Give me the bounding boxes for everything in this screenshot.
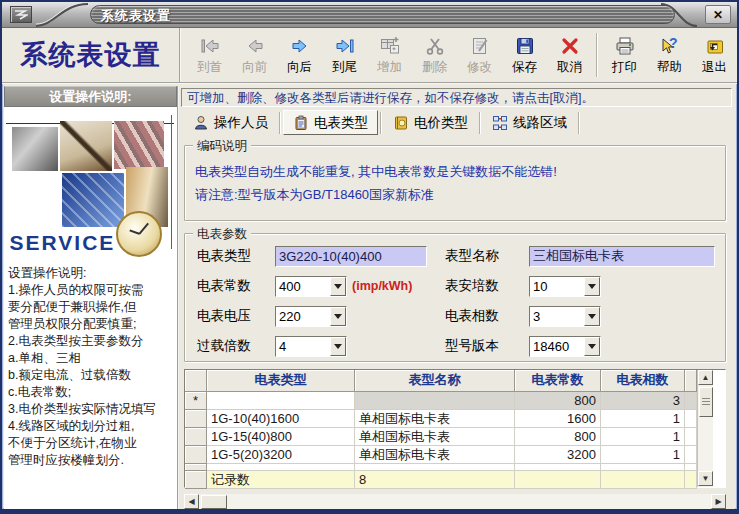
exit-icon: [704, 35, 726, 57]
help-cursor-icon: ?: [659, 35, 681, 57]
grid-cell-stub: [685, 471, 697, 489]
encoding-group-title: 编码说明: [193, 138, 251, 155]
column-header[interactable]: 电表常数: [515, 370, 601, 392]
delete-record-button[interactable]: 删除: [412, 30, 457, 80]
content-panel: 可增加、删除、修改各类型后请进行保存，如不保存修改，请点击[取消]。 操作人员 …: [179, 86, 735, 509]
close-button[interactable]: ✕: [705, 5, 731, 24]
chevron-down-icon[interactable]: [584, 337, 600, 356]
chevron-down-icon[interactable]: [330, 337, 346, 356]
chevron-down-icon[interactable]: [330, 277, 346, 296]
titlebar-swoosh-left: [34, 2, 90, 28]
grid-cell[interactable]: 1: [601, 410, 685, 428]
tab-price-types[interactable]: 电价类型: [384, 110, 477, 135]
row-selector[interactable]: [185, 410, 207, 428]
print-button[interactable]: 打印: [602, 30, 647, 80]
tab-operators[interactable]: 操作人员: [184, 110, 277, 135]
record-count-label: 记录数: [207, 471, 355, 489]
printer-icon: [614, 35, 636, 57]
column-header[interactable]: 电表类型: [207, 370, 355, 392]
previous-record-icon: [244, 35, 266, 57]
exit-button[interactable]: 退出: [692, 30, 737, 80]
scissors-icon: [424, 35, 446, 57]
meter-constant-label: 电表常数: [197, 277, 275, 295]
next-record-button[interactable]: 向后: [277, 30, 322, 80]
grid-cell-stub: [685, 428, 697, 446]
overload-select[interactable]: 4: [275, 336, 347, 357]
grid-cell[interactable]: 1G-5(20)3200: [207, 446, 355, 464]
scroll-down-icon[interactable]: ▼: [698, 471, 713, 486]
grid-cell[interactable]: 800: [515, 428, 601, 446]
save-button[interactable]: 保存: [502, 30, 547, 80]
row-selector[interactable]: [185, 428, 207, 446]
grid-cell[interactable]: 单相国标电卡表: [355, 428, 515, 446]
grid-cell[interactable]: 单相国标电卡表: [355, 446, 515, 464]
grid-cell[interactable]: 1600: [515, 410, 601, 428]
constant-unit-label: (imp/kWh): [352, 279, 412, 293]
grid-vertical-scrollbar[interactable]: ▲ ▼: [697, 370, 713, 487]
column-header-stub: [685, 370, 697, 392]
scroll-up-icon[interactable]: ▲: [698, 370, 713, 385]
collage-photo-pen: [60, 121, 112, 171]
encoding-note-line: 电表类型自动生成不能重复, 其中电表常数是关键数据不能选错!: [195, 163, 725, 181]
phases-select[interactable]: 3: [529, 306, 601, 327]
amperage-select[interactable]: 10: [529, 276, 601, 297]
grid-cell[interactable]: 1: [601, 428, 685, 446]
grid-cell: [207, 464, 355, 471]
sidebar: 设置操作说明: SERVICE 设置操作说明: 1.操作人员的权限可按需 要分配…: [4, 86, 179, 509]
cancel-button[interactable]: 取消: [547, 30, 592, 80]
tab-separator: [380, 112, 382, 134]
row-selector-new[interactable]: *: [185, 392, 207, 410]
page-title: 系统表设置: [2, 28, 181, 82]
hint-bar: 可增加、删除、修改各类型后请进行保存，如不保存修改，请点击[取消]。: [181, 88, 732, 107]
first-record-button[interactable]: 到首: [187, 30, 232, 80]
model-name-field[interactable]: [529, 246, 715, 267]
grid-cell: [601, 464, 685, 471]
scroll-right-icon[interactable]: ▶: [711, 494, 726, 509]
params-form: 电表类型 表型名称 电表常数 400 (imp/kWh) 表安培数: [197, 246, 725, 357]
edit-document-icon: [469, 35, 491, 57]
overload-label: 过载倍数: [197, 337, 275, 355]
vertical-scroll-thumb[interactable]: [699, 387, 713, 417]
grid-cell[interactable]: 3200: [515, 446, 601, 464]
version-select[interactable]: 18460: [529, 336, 601, 357]
grid-cell[interactable]: 1: [601, 446, 685, 464]
voltage-select[interactable]: 220: [275, 306, 347, 327]
grid-cell[interactable]: 单相国标电卡表: [355, 410, 515, 428]
row-selector: [185, 471, 207, 489]
amperage-label: 表安培数: [445, 277, 529, 295]
grid-cell[interactable]: [355, 392, 515, 410]
add-record-button[interactable]: * 增加: [367, 30, 412, 80]
grid-cell: [515, 471, 601, 489]
grid-cell-stub: [685, 410, 697, 428]
last-record-button[interactable]: 到尾: [322, 30, 367, 80]
service-text: SERVICE: [10, 231, 116, 255]
grid-cell-edit[interactable]: [207, 392, 355, 410]
meter-constant-select[interactable]: 400: [275, 276, 347, 297]
window-title: 系统表设置: [101, 7, 171, 25]
previous-record-button[interactable]: 向前: [232, 30, 277, 80]
column-header[interactable]: 电表相数: [601, 370, 685, 392]
tab-separator: [578, 112, 580, 134]
help-button[interactable]: ? 帮助: [647, 30, 692, 80]
main-area: 设置操作说明: SERVICE 设置操作说明: 1.操作人员的权限可按需 要分配…: [4, 86, 735, 509]
meter-type-field[interactable]: [275, 246, 427, 267]
tab-meter-types[interactable]: 电表类型: [283, 110, 378, 135]
chevron-down-icon[interactable]: [584, 307, 600, 326]
tab-line-regions[interactable]: 线路区域: [483, 110, 576, 135]
column-header[interactable]: 表型名称: [355, 370, 515, 392]
grid-cell[interactable]: 1G-15(40)800: [207, 428, 355, 446]
grid-cell[interactable]: 3: [601, 392, 685, 410]
row-selector[interactable]: [185, 446, 207, 464]
grid-cell[interactable]: 800: [515, 392, 601, 410]
modify-record-button[interactable]: 修改: [457, 30, 502, 80]
scroll-left-icon[interactable]: ◀: [184, 494, 199, 509]
grid-horizontal-scrollbar[interactable]: ◀ ▶: [184, 494, 726, 509]
chevron-down-icon[interactable]: [330, 307, 346, 326]
version-label: 型号版本: [445, 337, 529, 355]
collage-photo-watch: [116, 211, 162, 257]
chevron-down-icon[interactable]: [584, 277, 600, 296]
grid-cell[interactable]: 1G-10(40)1600: [207, 410, 355, 428]
horizontal-scroll-thumb[interactable]: [201, 495, 227, 509]
sidebar-header: 设置操作说明:: [4, 86, 177, 107]
first-record-icon: [199, 35, 221, 57]
